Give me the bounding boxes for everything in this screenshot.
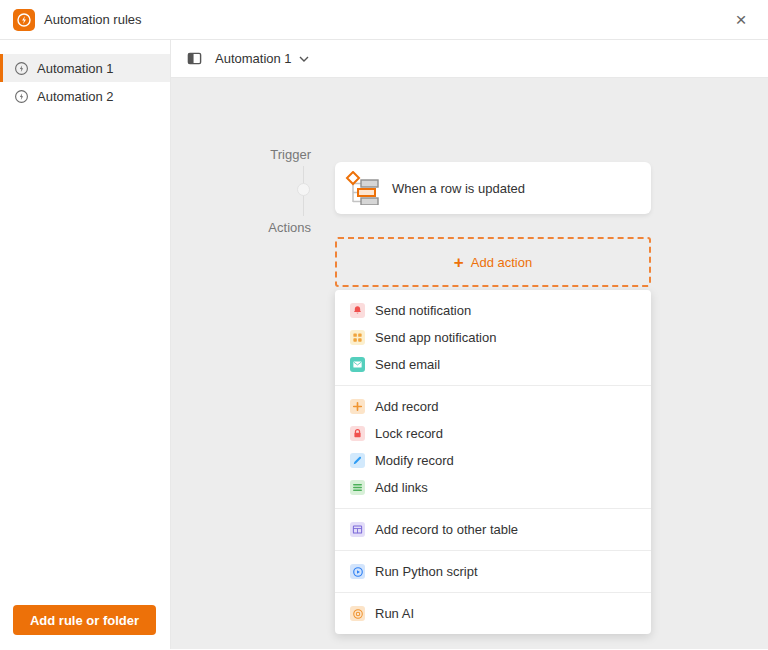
main-panel: Automation 1 Trigger Actions	[171, 40, 768, 649]
bell-icon	[350, 303, 365, 318]
plus-icon: +	[454, 254, 464, 271]
menu-item-add-links[interactable]: Add links	[335, 474, 651, 501]
menu-item-label: Add record	[375, 399, 439, 414]
action-type-menu: Send notification Send app notification	[335, 290, 651, 634]
menu-group-other-table: Add record to other table	[335, 508, 651, 550]
add-action-button[interactable]: + Add action	[335, 237, 651, 287]
sidebar-toggle-icon[interactable]	[187, 51, 202, 66]
list-links-icon	[350, 480, 365, 495]
menu-item-send-notification[interactable]: Send notification	[335, 297, 651, 324]
menu-item-label: Send app notification	[375, 330, 496, 345]
ai-swirl-icon	[350, 606, 365, 621]
email-icon	[350, 357, 365, 372]
apps-icon	[350, 330, 365, 345]
menu-group-scripts: Run Python script	[335, 550, 651, 592]
menu-item-label: Add links	[375, 480, 428, 495]
menu-item-run-ai[interactable]: Run AI	[335, 600, 651, 627]
menu-item-lock-record[interactable]: Lock record	[335, 420, 651, 447]
main-toolbar: Automation 1	[171, 40, 768, 78]
menu-item-send-app-notification[interactable]: Send app notification	[335, 324, 651, 351]
menu-group-notifications: Send notification Send app notification	[335, 290, 651, 385]
trigger-card[interactable]: When a row is updated	[335, 162, 651, 214]
play-circle-icon	[350, 564, 365, 579]
menu-item-label: Run Python script	[375, 564, 478, 579]
add-rule-or-folder-button[interactable]: Add rule or folder	[13, 605, 156, 635]
table-icon	[350, 522, 365, 537]
menu-item-label: Send notification	[375, 303, 471, 318]
menu-item-label: Send email	[375, 357, 440, 372]
menu-item-label: Run AI	[375, 606, 414, 621]
automation-app-icon	[13, 9, 35, 31]
pencil-icon	[350, 453, 365, 468]
rule-label: Automation 1	[37, 61, 114, 76]
menu-item-modify-record[interactable]: Modify record	[335, 447, 651, 474]
lock-icon	[350, 426, 365, 441]
trigger-section-label: Trigger	[251, 147, 311, 162]
window-header: Automation rules ×	[0, 0, 768, 40]
add-action-label: Add action	[471, 255, 532, 270]
menu-item-add-record-to-other-table[interactable]: Add record to other table	[335, 516, 651, 543]
window-title: Automation rules	[44, 12, 142, 27]
plus-icon	[350, 399, 365, 414]
rules-sidebar: Automation 1 Automation 2 Add rule or fo…	[0, 40, 171, 649]
sidebar-item-automation-1[interactable]: Automation 1	[0, 54, 170, 82]
menu-item-label: Lock record	[375, 426, 443, 441]
chevron-down-icon	[299, 56, 309, 62]
bolt-circle-icon	[14, 61, 29, 76]
automation-canvas: Trigger Actions When a row is updated	[171, 78, 768, 649]
menu-item-add-record[interactable]: Add record	[335, 393, 651, 420]
menu-item-run-python-script[interactable]: Run Python script	[335, 558, 651, 585]
rule-title-dropdown[interactable]: Automation 1	[215, 51, 309, 66]
trigger-card-label: When a row is updated	[392, 181, 525, 196]
menu-group-ai: Run AI	[335, 592, 651, 634]
menu-item-label: Add record to other table	[375, 522, 518, 537]
bolt-circle-icon	[14, 89, 29, 104]
rule-label: Automation 2	[37, 89, 114, 104]
workflow-trigger-icon	[345, 171, 383, 205]
flow-connector-node	[297, 183, 310, 196]
sidebar-item-automation-2[interactable]: Automation 2	[0, 82, 170, 110]
menu-item-send-email[interactable]: Send email	[335, 351, 651, 378]
actions-section-label: Actions	[251, 220, 311, 235]
menu-item-label: Modify record	[375, 453, 454, 468]
current-rule-title: Automation 1	[215, 51, 292, 66]
menu-group-records: Add record Lock record	[335, 385, 651, 508]
close-icon[interactable]: ×	[730, 9, 752, 31]
